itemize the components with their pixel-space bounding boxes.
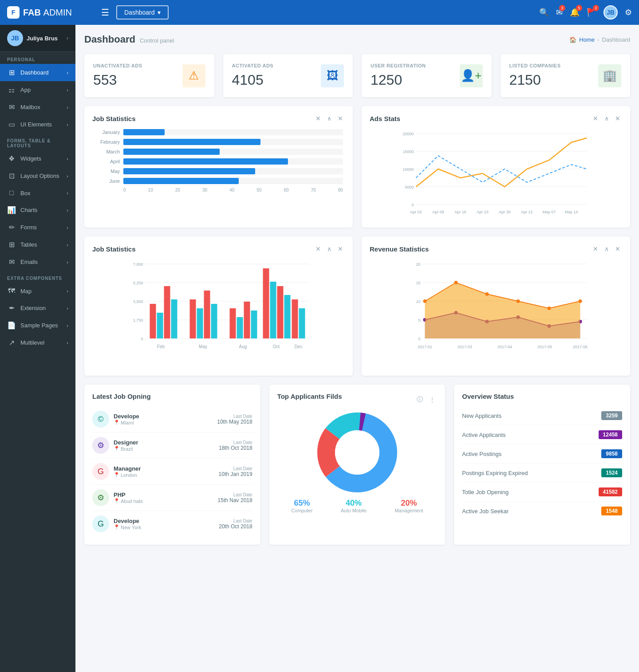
- badge-new-applicants: 3259: [601, 411, 622, 420]
- svg-rect-29: [157, 313, 163, 338]
- sidebar-item-charts[interactable]: 📊 Charts ›: [0, 201, 75, 219]
- svg-point-74: [579, 299, 582, 303]
- ads-stats-card: Ads Stats ✕ ∧ ✕ 20000 15000: [362, 106, 630, 228]
- svg-text:Aug: Aug: [239, 344, 247, 349]
- sidebar-section-personal: PERSONAL: [0, 52, 75, 64]
- bar-row-may: May: [94, 168, 343, 174]
- ads-close-btn[interactable]: ✕: [591, 114, 600, 123]
- badge-active-postings: 9858: [601, 449, 622, 458]
- rev-close-btn[interactable]: ✕: [591, 244, 600, 253]
- page-header: Dashboard Control panel 🏠 Home › Dashboa…: [84, 34, 630, 45]
- box-icon: □: [7, 189, 16, 197]
- charts-row-2: Job Statistics ✕ ∧ ✕ 7,000: [84, 236, 630, 376]
- sidebar-item-mailbox[interactable]: ✉ Mailbox ›: [0, 98, 75, 116]
- page-title-wrap: Dashboard Control panel: [84, 34, 174, 45]
- donut-legend: 65% Computer 40% Auto Mobile 20% Managem…: [277, 499, 438, 513]
- svg-text:15: 15: [416, 281, 420, 285]
- stat-label-activated: ACTIVATED ADS: [232, 63, 274, 68]
- svg-text:Apr 16: Apr 16: [454, 210, 466, 214]
- sidebar-item-widgets[interactable]: ❖ Widgets ›: [0, 150, 75, 167]
- jscol-up-btn[interactable]: ∧: [325, 244, 333, 253]
- flag-icon[interactable]: 🚩 2: [587, 8, 596, 17]
- sidebar-item-box[interactable]: □ Box ›: [0, 185, 75, 201]
- svg-text:0: 0: [411, 203, 414, 207]
- breadcrumb-home[interactable]: Home: [579, 36, 595, 43]
- brand-fab: FAB: [23, 8, 41, 18]
- svg-text:Feb: Feb: [157, 344, 165, 349]
- sidebar-item-sample[interactable]: 📄 Sample Pages ›: [0, 317, 75, 334]
- donut-legend-computer: 65% Computer: [291, 499, 312, 513]
- mail-badge: 3: [559, 5, 565, 11]
- tap-menu-btn[interactable]: ⋮: [427, 395, 437, 405]
- forms-icon: ✏: [7, 223, 16, 232]
- ads-collapse-btn[interactable]: ✕: [613, 114, 622, 123]
- jscol-close-btn[interactable]: ✕: [314, 244, 323, 253]
- sidebar-item-map[interactable]: 🗺 Map ›: [0, 283, 75, 299]
- svg-text:2017-03: 2017-03: [458, 345, 472, 349]
- sidebar-item-tables[interactable]: ⊞ Tables ›: [0, 236, 75, 253]
- stat-cards: UNACTIVATED ADS 553 ⚠ ACTIVATED ADS 4105…: [84, 54, 630, 97]
- svg-rect-35: [211, 304, 217, 338]
- rev-collapse-btn[interactable]: ✕: [613, 244, 622, 253]
- user-avatar[interactable]: JB: [604, 5, 618, 20]
- chart-up-btn[interactable]: ∧: [325, 114, 333, 123]
- sidebar-username: Juliya Brus: [27, 35, 58, 42]
- stat-card-activated: ACTIVATED ADS 4105 🖼: [223, 54, 353, 97]
- extension-icon: ✒: [7, 304, 16, 312]
- sidebar-item-multilevel[interactable]: ↗ Multilevel ›: [0, 334, 75, 351]
- chart-collapse-btn[interactable]: ✕: [336, 114, 345, 123]
- job-stats-col-card: Job Statistics ✕ ∧ ✕ 7,000: [84, 236, 353, 376]
- ads-up-btn[interactable]: ∧: [603, 114, 611, 123]
- layout: JB Juliya Brus › PERSONAL ⊞ Dashboard › …: [0, 25, 639, 672]
- stat-card-companies: LISTED COMPANIES 2150 🏢: [501, 54, 631, 97]
- breadcrumb-current: Dashboard: [602, 36, 630, 43]
- overview-expiring: Postings Expiring Expired 1524: [462, 464, 622, 483]
- sidebar-section-forms: FORMS, TABLE & LAYOUTS: [0, 133, 75, 150]
- mail-icon[interactable]: ✉ 3: [556, 8, 563, 17]
- stat-value-activated: 4105: [232, 72, 274, 88]
- settings-icon[interactable]: ⚙: [625, 8, 632, 17]
- stat-icon-activated: 🖼: [321, 64, 344, 87]
- job-item-2: ⚙ Designer 📍Brazil Last Date 18th Oct 20…: [92, 432, 252, 459]
- overview-status-card: Overview Status New Applicants 3259 Acti…: [454, 385, 630, 545]
- overview-new-applicants: New Applicants 3259: [462, 406, 622, 425]
- mailbox-icon: ✉: [7, 103, 16, 111]
- rev-up-btn[interactable]: ∧: [603, 244, 611, 253]
- svg-text:7,000: 7,000: [133, 262, 143, 267]
- sidebar-item-extension[interactable]: ✒ Extension ›: [0, 299, 75, 317]
- sidebar-item-emails[interactable]: ✉ Emails ›: [0, 253, 75, 271]
- svg-point-73: [548, 307, 551, 310]
- donut-chart: [317, 413, 397, 492]
- sidebar-item-dashboard[interactable]: ⊞ Dashboard ›: [0, 64, 75, 81]
- donut-legend-mgmt: 20% Management: [394, 499, 423, 513]
- svg-rect-45: [299, 308, 305, 338]
- sidebar-section-extra: EXTRA COMPONENTS: [0, 271, 75, 283]
- badge-active-seeker: 1548: [601, 507, 622, 515]
- bell-icon[interactable]: 🔔 5: [570, 8, 580, 17]
- page-subtitle: Control panel: [140, 37, 174, 44]
- overview-status-title: Overview Status: [462, 393, 622, 400]
- sample-icon: 📄: [7, 321, 16, 330]
- revenue-stats-title: Revenue Statistics: [370, 245, 429, 253]
- sidebar-item-ui-elements[interactable]: ▭ UI Elements ›: [0, 116, 75, 133]
- topnav-right: 🔍 ✉ 3 🔔 5 🚩 2 JB ⚙: [539, 5, 632, 20]
- svg-rect-39: [251, 310, 257, 338]
- sidebar-item-forms[interactable]: ✏ Forms ›: [0, 219, 75, 236]
- sidebar-item-layout[interactable]: ⊡ Layout Options ›: [0, 167, 75, 185]
- ads-stats-chart: 20000 15000 10000 5000 0 Apr 02 Apr 09 A…: [370, 129, 622, 218]
- hamburger-icon[interactable]: ☰: [101, 7, 109, 18]
- svg-rect-44: [292, 299, 298, 338]
- sidebar-item-app[interactable]: ⚏ App ›: [0, 81, 75, 98]
- tap-info-btn[interactable]: ⓘ: [415, 395, 425, 405]
- jscol-collapse-btn[interactable]: ✕: [336, 244, 345, 253]
- stat-icon-companies: 🏢: [598, 64, 621, 87]
- page-title: Dashboard: [84, 34, 135, 45]
- svg-text:Oct: Oct: [273, 344, 280, 349]
- dashboard-dropdown-btn[interactable]: Dashboard ▾: [116, 5, 169, 20]
- search-icon[interactable]: 🔍: [539, 8, 549, 17]
- topnav: F FAB ADMIN ☰ Dashboard ▾ 🔍 ✉ 3 🔔 5 🚩 2 …: [0, 0, 639, 25]
- stat-label-unactivated: UNACTIVATED ADS: [93, 63, 142, 68]
- chart-close-btn[interactable]: ✕: [314, 114, 323, 123]
- svg-rect-40: [263, 268, 269, 338]
- sidebar-user[interactable]: JB Juliya Brus ›: [0, 25, 75, 52]
